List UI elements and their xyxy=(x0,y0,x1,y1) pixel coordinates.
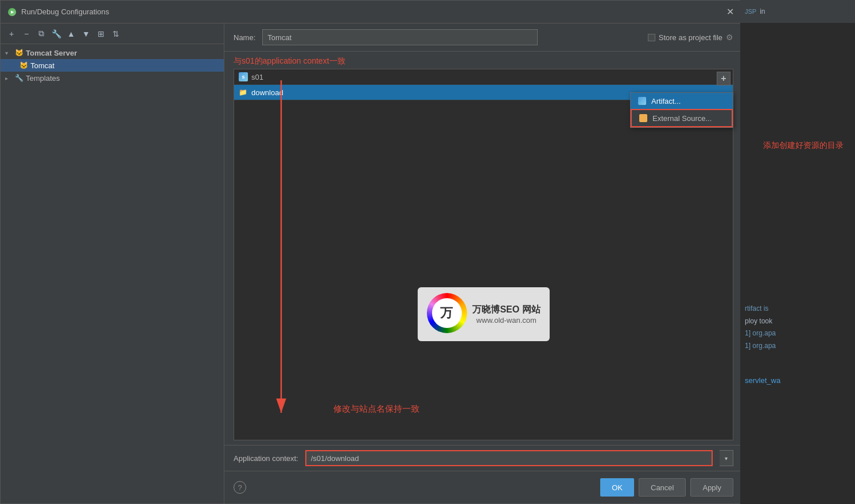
dropdown-item-artifact[interactable]: Artifact... xyxy=(631,93,733,109)
tree-arrow-expanded: ▾ xyxy=(5,50,14,56)
code-content: rtifact is ploy took 1] org.apa 1] org.a… xyxy=(740,23,855,392)
dialog-title-icon xyxy=(7,7,17,17)
apply-button[interactable]: Apply xyxy=(690,478,733,497)
remove-config-button[interactable]: − xyxy=(20,28,33,40)
settings-button[interactable]: 🔧 xyxy=(50,28,63,40)
dialog-titlebar: Run/Debug Configurations ✕ xyxy=(1,1,743,24)
s01-name: s01 xyxy=(251,73,263,81)
external-source-label: External Source... xyxy=(652,114,712,123)
code-line-servlet: servlet_wa xyxy=(745,375,850,387)
artifact-icon xyxy=(638,96,647,106)
code-line-3: 1] org.apa xyxy=(745,327,850,340)
name-input[interactable] xyxy=(262,29,538,45)
run-debug-icon xyxy=(8,8,16,16)
dialog-title: Run/Debug Configurations xyxy=(21,7,109,16)
artifact-label: Artifact... xyxy=(651,97,681,106)
deployment-dropdown-menu: Artifact... External Source... xyxy=(630,92,733,128)
store-label: Store as project file xyxy=(659,33,722,42)
top-annotation: 与s01的application context一致 xyxy=(224,52,743,69)
dialog-footer: ? OK Cancel Apply xyxy=(224,471,743,503)
dialog-body: + − ⧉ 🔧 ▲ ▼ ⊞ ⇅ ▾ 🐱 Tomcat Server xyxy=(1,24,743,503)
code-line-4: 1] org.apa xyxy=(745,340,850,353)
s01-icon: s xyxy=(239,72,248,81)
store-gear-icon[interactable]: ⚙ xyxy=(726,33,733,42)
store-as-project-checkbox[interactable] xyxy=(648,34,655,41)
store-checkbox-area: Store as project file ⚙ xyxy=(648,33,733,42)
sidebar-item-tomcat-server[interactable]: ▾ 🐱 Tomcat Server xyxy=(1,46,224,59)
help-button[interactable]: ? xyxy=(234,481,246,494)
sidebar-tree: ▾ 🐱 Tomcat Server 🐱 Tomcat ▸ xyxy=(1,44,224,503)
deploy-item-s01[interactable]: s s01 xyxy=(234,69,733,85)
watermark-url: www.old-wan.com xyxy=(472,316,540,325)
content-header: Name: Store as project file ⚙ xyxy=(224,24,743,52)
cancel-button[interactable]: Cancel xyxy=(639,478,686,497)
add-deployment-button[interactable]: + xyxy=(717,72,730,85)
sidebar-toolbar: + − ⧉ 🔧 ▲ ▼ ⊞ ⇅ xyxy=(1,24,224,44)
code-line-2: ploy took xyxy=(745,315,850,328)
tree-arrow-collapsed: ▸ xyxy=(5,75,14,81)
code-panel-header: JSP in xyxy=(740,0,855,23)
sidebar: + − ⧉ 🔧 ▲ ▼ ⊞ ⇅ ▾ 🐱 Tomcat Server xyxy=(1,24,224,503)
tomcat-label: Tomcat xyxy=(30,61,55,70)
app-context-dropdown-btn[interactable]: ▾ xyxy=(720,450,733,466)
code-line-1: rtifact is xyxy=(745,303,850,315)
move-up-button[interactable]: ▲ xyxy=(65,28,77,40)
folder-icon: 📁 xyxy=(239,88,248,97)
copy-config-button[interactable]: ⧉ xyxy=(35,28,48,40)
watermark-inner: 万 xyxy=(432,298,461,328)
templates-label: Templates xyxy=(26,74,60,83)
app-context-input[interactable] xyxy=(305,450,713,466)
dropdown-item-external-source[interactable]: External Source... xyxy=(631,109,733,127)
run-debug-dialog: Run/Debug Configurations ✕ + − ⧉ 🔧 ▲ ▼ ⊞… xyxy=(0,0,743,504)
code-panel: JSP in rtifact is ploy took 1] org.apa 1… xyxy=(740,0,855,504)
download-name: download xyxy=(251,88,283,97)
app-context-label: Application context: xyxy=(234,454,298,463)
content-panel: Name: Store as project file ⚙ 与s01的appli… xyxy=(224,24,743,503)
sidebar-item-tomcat[interactable]: 🐱 Tomcat xyxy=(1,59,224,72)
watermark: 万 万晓博SEO 网站 www.old-wan.com xyxy=(417,287,549,341)
watermark-text-area: 万晓博SEO 网站 www.old-wan.com xyxy=(472,304,540,325)
tomcat-icon: 🐱 xyxy=(19,61,28,70)
external-source-icon xyxy=(639,114,648,123)
tomcat-server-label: Tomcat Server xyxy=(26,49,77,57)
templates-icon: 🔧 xyxy=(14,73,24,83)
add-config-button[interactable]: + xyxy=(5,28,18,40)
sidebar-item-templates[interactable]: ▸ 🔧 Templates xyxy=(1,72,224,84)
name-label: Name: xyxy=(234,33,255,42)
sort-button[interactable]: ⇅ xyxy=(110,28,122,40)
ok-button[interactable]: OK xyxy=(600,478,634,497)
close-button[interactable]: ✕ xyxy=(724,6,736,18)
move-down-button[interactable]: ▼ xyxy=(80,28,92,40)
watermark-logo: 万 xyxy=(426,293,467,333)
deployment-area: s s01 📁 download + xyxy=(224,69,743,445)
app-context-area: Application context: ▾ xyxy=(224,445,743,471)
watermark-title: 万晓博SEO 网站 xyxy=(472,304,540,316)
move-to-button[interactable]: ⊞ xyxy=(95,28,107,40)
tomcat-server-icon: 🐱 xyxy=(14,48,24,57)
